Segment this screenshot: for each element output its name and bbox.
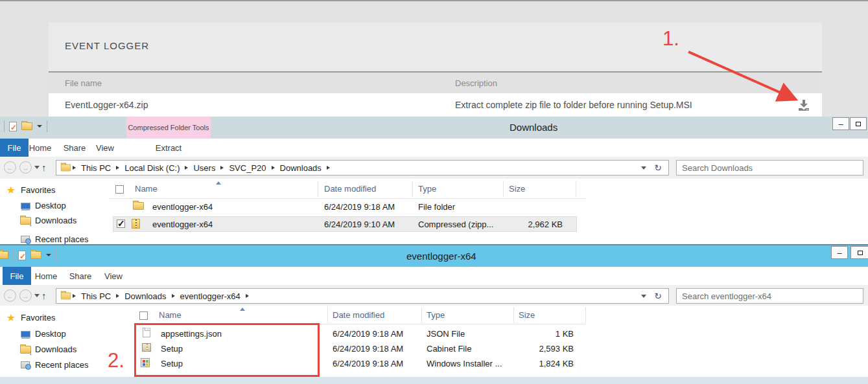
tab-share[interactable]: Share (59, 139, 90, 157)
search-input[interactable] (677, 289, 863, 303)
column-file-name: File name (65, 78, 102, 88)
cell-date-modified: 6/24/2019 9:18 AM (333, 329, 403, 339)
back-icon[interactable]: ← (4, 161, 16, 174)
column-separator[interactable] (513, 307, 514, 323)
cell-date-modified: 6/24/2019 9:18 AM (333, 344, 403, 354)
cell-date-modified: 6/24/2019 9:18 AM (324, 202, 395, 212)
sidebar-item-desktop[interactable]: Desktop (19, 329, 66, 339)
search-box[interactable] (676, 160, 863, 175)
page-title: EVENT LOGGER (65, 40, 149, 51)
sidebar-item-desktop[interactable]: Desktop (19, 201, 66, 210)
address-dropdown-icon[interactable] (641, 166, 646, 170)
separator (56, 249, 56, 261)
up-icon[interactable]: ↑ (41, 290, 47, 301)
annotation-step1-label: 1. (663, 27, 679, 51)
select-all-checkbox[interactable] (115, 185, 124, 194)
new-folder-icon[interactable] (30, 251, 41, 259)
cell-size: 2,962 KB (512, 220, 563, 229)
event-logger-card: EVENT LOGGER File name Description Event… (49, 23, 822, 117)
forward-icon[interactable]: → (19, 161, 32, 174)
recent-locations-icon[interactable] (34, 294, 40, 297)
column-separator[interactable] (412, 181, 413, 197)
tab-file[interactable]: File (3, 267, 31, 285)
breadcrumb-svc-p20[interactable]: SVC_P20 (225, 163, 270, 173)
minimize-button[interactable]: – (832, 117, 849, 130)
cell-type: File folder (418, 202, 455, 212)
breadcrumb-separator-icon (272, 166, 275, 170)
cell-type: Compressed (zipp... (418, 220, 493, 229)
tab-home[interactable]: Home (30, 267, 62, 285)
breadcrumb-local-disk[interactable]: Local Disk (C:) (121, 163, 183, 173)
eventlogger-address-bar: ← → ↑ This PC Downloads eventlogger-x64 … (0, 285, 868, 306)
column-header-type[interactable]: Type (427, 310, 445, 320)
column-header-size[interactable]: Size (519, 310, 535, 320)
column-separator[interactable] (327, 307, 328, 323)
breadcrumb-this-pc[interactable]: This PC (77, 163, 115, 173)
breadcrumb-eventlogger-x64[interactable]: eventlogger-x64 (176, 291, 244, 301)
refresh-icon[interactable]: ↻ (654, 163, 662, 173)
column-separator[interactable] (576, 181, 576, 197)
up-icon[interactable]: ↑ (41, 162, 47, 173)
address-folder-icon (61, 293, 71, 300)
sidebar-item-downloads[interactable]: ↓ Downloads (19, 216, 76, 225)
download-table-header: File name Description (49, 71, 822, 93)
column-header-date-modified[interactable]: Date modified (324, 184, 376, 194)
cell-name[interactable]: eventlogger-x64 (152, 220, 213, 229)
back-icon[interactable]: ← (4, 289, 16, 302)
maximize-button[interactable] (850, 117, 867, 130)
tab-share[interactable]: Share (65, 267, 96, 285)
screenshot-root: EVENT LOGGER File name Description Event… (0, 0, 868, 384)
tab-view[interactable]: View (99, 267, 128, 285)
select-all-checkbox[interactable] (139, 311, 148, 320)
address-dropdown-icon[interactable] (641, 295, 646, 298)
recent-locations-icon[interactable] (34, 166, 40, 169)
forward-icon[interactable]: → (19, 289, 32, 302)
breadcrumb-downloads[interactable]: Downloads (121, 291, 170, 301)
breadcrumb-downloads[interactable]: Downloads (276, 163, 325, 173)
breadcrumb-separator-icon (73, 294, 76, 298)
customize-toolbar-icon[interactable] (46, 254, 51, 256)
column-header-size[interactable]: Size (509, 184, 525, 194)
column-separator[interactable] (318, 181, 318, 197)
search-input[interactable] (677, 161, 863, 175)
refresh-icon[interactable]: ↻ (654, 291, 662, 301)
search-box[interactable] (676, 288, 863, 304)
contextual-tab-compressed-folder-tools[interactable]: Compressed Folder Tools (126, 117, 211, 139)
sidebar-label: Desktop (35, 329, 66, 339)
cell-name[interactable]: eventlogger-x64 (152, 202, 213, 212)
minimize-button[interactable]: – (831, 246, 848, 259)
window-title: Downloads (510, 122, 557, 133)
tab-extract[interactable]: Extract (146, 139, 191, 157)
sidebar-item-downloads[interactable]: ↓ Downloads (19, 344, 76, 354)
address-folder-icon (61, 164, 71, 172)
sidebar-item-recent-places[interactable]: Recent places (19, 234, 88, 244)
favorites-star-icon: ★ (5, 313, 17, 322)
breadcrumb-users[interactable]: Users (189, 163, 219, 173)
column-header-name[interactable]: Name (159, 310, 182, 320)
row-checkbox-checked[interactable] (117, 220, 125, 228)
properties-icon[interactable] (18, 251, 26, 260)
breadcrumb-this-pc[interactable]: This PC (77, 291, 115, 301)
sidebar-item-recent-places[interactable]: Recent places (19, 360, 88, 370)
customize-toolbar-icon[interactable] (37, 125, 42, 128)
column-header-type[interactable]: Type (418, 184, 436, 194)
column-separator[interactable] (421, 307, 422, 323)
sidebar-item-favorites[interactable]: ★ Favorites (5, 313, 55, 322)
properties-icon[interactable] (9, 122, 17, 131)
sidebar-item-favorites[interactable]: ★ Favorites (5, 185, 55, 195)
address-input[interactable]: This PC Local Disk (C:) Users SVC_P20 Do… (56, 160, 669, 175)
column-separator[interactable] (503, 181, 504, 197)
new-folder-icon[interactable] (21, 122, 32, 130)
column-header-date-modified[interactable]: Date modified (333, 310, 384, 320)
download-icon[interactable] (797, 100, 810, 111)
tab-home[interactable]: Home (25, 139, 56, 157)
eventlogger-main-area: ★ Favorites Desktop ↓ Downloads Recent p… (0, 306, 868, 377)
window-folder-icon (0, 251, 8, 259)
eventlogger-titlebar: eventlogger-x64 – (0, 245, 868, 267)
breadcrumb-separator-icon (185, 166, 188, 170)
address-input[interactable]: This PC Downloads eventlogger-x64 ↻ (56, 288, 669, 304)
column-separator[interactable] (585, 307, 586, 323)
tab-view[interactable]: View (90, 139, 120, 157)
maximize-button[interactable] (850, 246, 868, 259)
column-header-name[interactable]: Name (135, 184, 158, 194)
